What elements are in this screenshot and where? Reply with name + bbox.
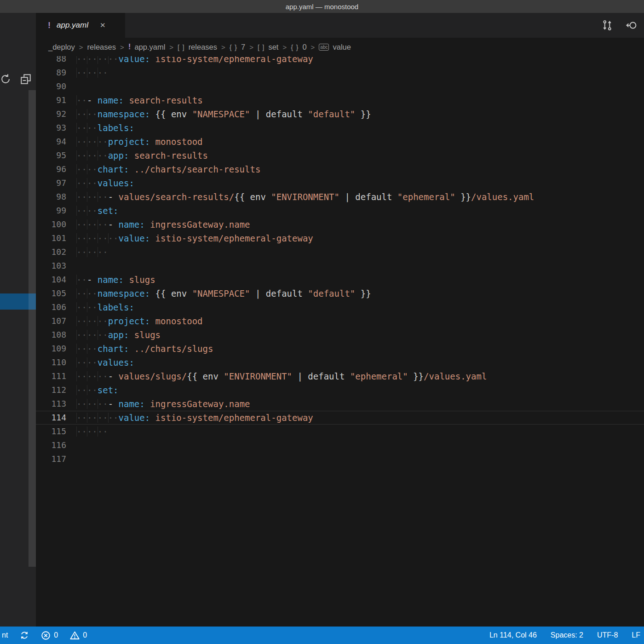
code-line[interactable]: 111······- values/slugs/{{ env "ENVIRONM… (36, 369, 644, 383)
code-line[interactable]: 108······app: slugs (36, 328, 644, 342)
line-number[interactable]: 99 (36, 204, 76, 218)
line-number[interactable]: 108 (36, 328, 76, 342)
breadcrumb-item[interactable]: releases (87, 43, 116, 52)
tab-app-yaml[interactable]: ! app.yaml ✕ (36, 13, 125, 38)
breadcrumb-item[interactable]: [ ]releases (178, 43, 217, 52)
code-line[interactable]: 88········value: istio-system/ephemeral-… (36, 56, 644, 66)
line-number[interactable]: 96 (36, 162, 76, 176)
line-number[interactable]: 94 (36, 135, 76, 149)
breadcrumb: _deploy>releases>!app.yaml>[ ]releases>{… (36, 38, 644, 56)
line-number[interactable]: 101 (36, 231, 76, 245)
breadcrumb-label: app.yaml (134, 43, 165, 52)
code-line[interactable]: 113······- name: ingressGateway.name (36, 397, 644, 411)
refresh-icon[interactable] (0, 74, 11, 85)
line-number[interactable]: 110 (36, 356, 76, 369)
editor-code-area[interactable]: 88········value: istio-system/ephemeral-… (36, 56, 644, 627)
code-line[interactable]: 106····labels: (36, 300, 644, 314)
code-text: ····set: (76, 204, 644, 218)
tab-bar: ! app.yaml ✕ (36, 13, 644, 38)
line-number[interactable]: 103 (36, 259, 76, 273)
code-line[interactable]: 99····set: (36, 204, 644, 218)
line-number[interactable]: 111 (36, 369, 76, 383)
status-errors[interactable]: 0 (41, 631, 58, 640)
status-bar-left: nt00 (0, 631, 87, 640)
sidebar (0, 13, 36, 627)
code-line[interactable]: 112····set: (36, 383, 644, 397)
code-line[interactable]: 109····chart: ../charts/slugs (36, 342, 644, 356)
line-number[interactable]: 106 (36, 300, 76, 314)
code-line[interactable]: 92····namespace: {{ env "NAMESPACE" | de… (36, 107, 644, 121)
line-number[interactable]: 90 (36, 80, 76, 93)
breadcrumb-item[interactable]: { }0 (291, 43, 306, 52)
line-number[interactable]: 113 (36, 397, 76, 411)
line-number[interactable]: 97 (36, 176, 76, 190)
line-number[interactable]: 95 (36, 149, 76, 162)
vscode-window: app.yaml — monostood ! app.yaml ✕ _deplo… (0, 0, 644, 644)
line-number[interactable]: 100 (36, 218, 76, 231)
line-number[interactable]: 89 (36, 66, 76, 80)
code-line[interactable]: 104··- name: slugs (36, 273, 644, 287)
code-line[interactable]: 100······- name: ingressGateway.name (36, 218, 644, 231)
go-back-icon[interactable] (626, 20, 637, 31)
status-cursor-position[interactable]: Ln 114, Col 46 (489, 631, 537, 639)
line-number[interactable]: 93 (36, 121, 76, 135)
code-line[interactable]: 103 (36, 259, 644, 273)
line-number[interactable]: 98 (36, 190, 76, 204)
code-text: ······ (76, 66, 644, 80)
editor-actions (602, 13, 644, 38)
code-line[interactable]: 110····values: (36, 356, 644, 369)
code-line[interactable]: 98······- values/search-results/{{ env "… (36, 190, 644, 204)
line-number[interactable]: 112 (36, 383, 76, 397)
breadcrumb-item[interactable]: abcvalue (319, 43, 351, 52)
code-line[interactable]: 97····values: (36, 176, 644, 190)
code-line[interactable]: 89······ (36, 66, 644, 80)
code-text: ······- values/search-results/{{ env "EN… (76, 190, 644, 204)
sidebar-scrollbar[interactable] (29, 90, 36, 567)
code-line[interactable]: 115······ (36, 425, 644, 438)
code-line[interactable]: 90 (36, 80, 644, 93)
status-label: 0 (54, 631, 58, 639)
status-label: UTF-8 (597, 631, 618, 639)
line-number[interactable]: 114 (36, 411, 76, 425)
yaml-symbol-icon: ! (128, 42, 131, 52)
code-line[interactable]: 107······project: monostood (36, 314, 644, 328)
line-number[interactable]: 104 (36, 273, 76, 287)
code-line[interactable]: 93····labels: (36, 121, 644, 135)
line-number[interactable]: 115 (36, 425, 76, 438)
collapse-all-icon[interactable] (20, 74, 31, 85)
code-text (76, 259, 644, 273)
breadcrumb-item[interactable]: { }7 (230, 43, 245, 52)
status-indentation[interactable]: Spaces: 2 (551, 631, 583, 639)
open-changes-icon[interactable] (602, 20, 613, 31)
status-encoding[interactable]: UTF-8 (597, 631, 618, 639)
code-line[interactable]: 91··- name: search-results (36, 93, 644, 107)
code-line[interactable]: 96····chart: ../charts/search-results (36, 162, 644, 176)
status-branch[interactable]: nt (2, 631, 8, 639)
status-sync[interactable] (20, 631, 29, 640)
breadcrumb-separator-icon: > (79, 43, 83, 51)
line-number[interactable]: 105 (36, 287, 76, 300)
code-line[interactable]: 102······ (36, 245, 644, 259)
line-number[interactable]: 92 (36, 107, 76, 121)
status-label: Spaces: 2 (551, 631, 583, 639)
line-number[interactable]: 109 (36, 342, 76, 356)
code-line[interactable]: 94······project: monostood (36, 135, 644, 149)
line-number[interactable]: 107 (36, 314, 76, 328)
code-line-current[interactable]: 114········value: istio-system/ephemeral… (36, 411, 644, 425)
code-line[interactable]: 95······app: search-results (36, 149, 644, 162)
breadcrumb-item[interactable]: !app.yaml (128, 42, 166, 52)
status-warnings[interactable]: 0 (70, 631, 87, 640)
line-number[interactable]: 88 (36, 56, 76, 66)
code-line[interactable]: 105····namespace: {{ env "NAMESPACE" | d… (36, 287, 644, 300)
close-icon[interactable]: ✕ (100, 21, 106, 29)
line-number[interactable]: 116 (36, 438, 76, 452)
code-line[interactable]: 101········value: istio-system/ephemeral… (36, 231, 644, 245)
code-line[interactable]: 116 (36, 438, 644, 452)
status-eol[interactable]: LF (632, 631, 640, 639)
line-number[interactable]: 102 (36, 245, 76, 259)
code-line[interactable]: 117 (36, 452, 644, 466)
line-number[interactable]: 117 (36, 452, 76, 466)
breadcrumb-item[interactable]: _deploy (48, 43, 75, 52)
breadcrumb-item[interactable]: [ ]set (258, 43, 279, 52)
line-number[interactable]: 91 (36, 93, 76, 107)
